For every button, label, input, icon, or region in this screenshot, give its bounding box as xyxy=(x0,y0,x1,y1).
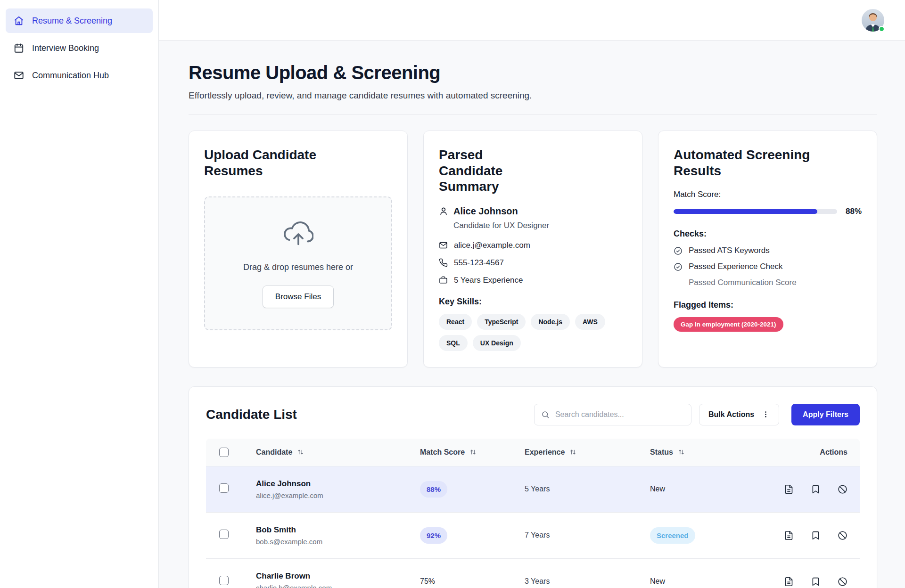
app-root: Resume & Screening Interview Booking Com… xyxy=(0,0,905,588)
match-progress-fill xyxy=(674,209,817,214)
view-resume-button[interactable] xyxy=(784,484,794,494)
candidate-name: Alice Johnson xyxy=(453,206,518,217)
check-circle-icon xyxy=(674,246,683,255)
row-checkbox[interactable] xyxy=(219,483,229,493)
page-subtitle: Effortlessly upload, review, and manage … xyxy=(189,90,877,101)
candidate-email: bob.s@example.com xyxy=(256,538,420,546)
view-resume-button[interactable] xyxy=(784,531,794,540)
table-header: Candidate Match Score Experience St xyxy=(206,439,860,466)
dropzone-text: Drag & drop resumes here or xyxy=(243,262,353,272)
resume-dropzone[interactable]: Drag & drop resumes here or Browse Files xyxy=(204,196,392,330)
sidebar-item-label: Interview Booking xyxy=(32,43,99,53)
header-divider xyxy=(189,114,877,114)
flagged-item-pill: Gap in employment (2020-2021) xyxy=(674,317,783,332)
screening-results-card: Automated Screening Results Match Score:… xyxy=(658,131,877,368)
skill-chip: React xyxy=(439,314,472,330)
candidate-role: Candidate for UX Designer xyxy=(453,221,627,230)
candidate-name: Charlie Brown xyxy=(256,572,420,581)
candidate-phone: 555-123-4567 xyxy=(454,258,504,268)
status-value: New xyxy=(650,485,665,493)
bulk-actions-button[interactable]: Bulk Actions xyxy=(699,404,779,425)
bookmark-icon xyxy=(811,577,821,587)
check-item: Passed ATS Keywords xyxy=(689,246,770,255)
skill-chip: SQL xyxy=(439,335,468,351)
skill-chip: Node.js xyxy=(531,314,570,330)
flagged-items-label: Flagged Items: xyxy=(674,300,862,310)
match-score-value: 75% xyxy=(420,577,435,585)
experience-cell: 7 Years xyxy=(525,531,650,539)
browse-files-button[interactable]: Browse Files xyxy=(263,286,334,308)
reject-button[interactable] xyxy=(838,577,847,587)
bookmark-icon xyxy=(811,484,821,494)
candidate-name: Alice Johnson xyxy=(256,479,420,489)
column-header-status[interactable]: Status xyxy=(650,448,772,457)
page-title: Resume Upload & Screening xyxy=(189,62,877,83)
column-header-experience[interactable]: Experience xyxy=(525,448,650,457)
check-item: Passed Experience Check xyxy=(689,262,782,271)
briefcase-icon xyxy=(439,276,448,285)
file-text-icon xyxy=(784,531,794,540)
online-status-dot xyxy=(879,26,885,32)
match-score-label: Match Score: xyxy=(674,190,862,199)
candidate-search[interactable] xyxy=(534,404,691,425)
sidebar-item-resume-screening[interactable]: Resume & Screening xyxy=(6,8,153,33)
sidebar-item-label: Communication Hub xyxy=(32,71,109,81)
reject-button[interactable] xyxy=(838,531,847,540)
sidebar-item-label: Resume & Screening xyxy=(32,16,112,26)
sort-icon[interactable] xyxy=(678,449,685,456)
candidate-email: alice.j@example.com xyxy=(256,491,420,499)
sidebar-item-communication-hub[interactable]: Communication Hub xyxy=(6,63,153,88)
bookmark-button[interactable] xyxy=(811,577,821,587)
match-progress-track xyxy=(674,209,837,214)
main-area: Resume Upload & Screening Effortlessly u… xyxy=(159,0,905,588)
sidebar-item-interview-booking[interactable]: Interview Booking xyxy=(6,36,153,60)
sort-icon[interactable] xyxy=(297,449,304,456)
candidate-email: alice.j@example.com xyxy=(454,241,530,250)
parsed-summary-title: Parsed Candidate Summary xyxy=(439,147,524,195)
phone-icon xyxy=(439,258,448,267)
row-checkbox[interactable] xyxy=(219,576,229,585)
check-item: Passed Communication Score xyxy=(689,278,797,287)
table-row[interactable]: Alice Johnson alice.j@example.com 88% 5 … xyxy=(206,466,860,512)
calendar-icon xyxy=(14,43,24,53)
page-content: Resume Upload & Screening Effortlessly u… xyxy=(159,41,905,588)
candidate-list-title: Candidate List xyxy=(206,407,534,422)
sort-icon[interactable] xyxy=(569,449,576,456)
view-resume-button[interactable] xyxy=(784,577,794,587)
bookmark-icon xyxy=(811,531,821,540)
column-header-actions: Actions xyxy=(772,448,860,457)
email-icon xyxy=(439,241,448,250)
bulk-actions-label: Bulk Actions xyxy=(708,410,754,419)
skill-chip: TypeScript xyxy=(477,314,526,330)
skill-chip: AWS xyxy=(575,314,605,330)
column-header-match-score[interactable]: Match Score xyxy=(420,448,525,457)
candidate-list-card: Candidate List Bulk Actions Apply Filter… xyxy=(189,386,877,588)
bookmark-button[interactable] xyxy=(811,531,821,540)
cloud-upload-icon xyxy=(283,219,313,249)
match-score-badge: 88% xyxy=(420,481,447,498)
experience-cell: 3 Years xyxy=(525,577,650,586)
mail-icon xyxy=(14,70,24,81)
reject-button[interactable] xyxy=(838,484,847,494)
status-badge: Screened xyxy=(650,527,695,544)
experience-cell: 5 Years xyxy=(525,485,650,493)
search-icon xyxy=(541,410,550,419)
select-all-checkbox[interactable] xyxy=(219,448,229,457)
check-circle-icon xyxy=(674,262,683,271)
bookmark-button[interactable] xyxy=(811,484,821,494)
parsed-summary-card: Parsed Candidate Summary Alice Johnson C… xyxy=(423,131,642,368)
column-header-candidate[interactable]: Candidate xyxy=(256,448,420,457)
file-text-icon xyxy=(784,484,794,494)
table-row[interactable]: Bob Smith bob.s@example.com 92% 7 Years … xyxy=(206,512,860,558)
candidate-email: charlie.b@example.com xyxy=(256,584,420,588)
search-input[interactable] xyxy=(554,410,684,419)
skills-chips: React TypeScript Node.js AWS SQL UX Desi… xyxy=(439,314,627,351)
user-avatar[interactable] xyxy=(862,9,884,32)
row-checkbox[interactable] xyxy=(219,530,229,539)
match-score-value: 88% xyxy=(846,207,862,216)
status-value: New xyxy=(650,577,665,585)
skill-chip: UX Design xyxy=(473,335,521,351)
table-row[interactable]: Charlie Brown charlie.b@example.com 75% … xyxy=(206,558,860,588)
sort-icon[interactable] xyxy=(469,449,477,456)
apply-filters-button[interactable]: Apply Filters xyxy=(791,404,860,425)
